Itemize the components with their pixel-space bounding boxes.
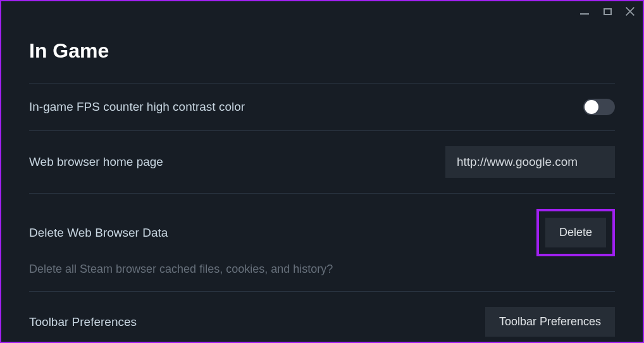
close-icon	[625, 6, 635, 16]
close-button[interactable]	[625, 6, 635, 16]
minimize-button[interactable]	[579, 6, 590, 16]
fps-contrast-label: In-game FPS counter high contrast color	[29, 100, 245, 114]
toolbar-preferences-button[interactable]: Toolbar Preferences	[485, 307, 615, 337]
browser-home-input[interactable]	[445, 146, 615, 178]
setting-delete-data: Delete Web Browser Data Delete	[29, 194, 615, 263]
toggle-knob	[585, 100, 598, 114]
setting-toolbar: Toolbar Preferences Toolbar Preferences	[29, 292, 615, 343]
browser-home-label: Web browser home page	[29, 155, 163, 169]
page-title: In Game	[29, 39, 615, 63]
setting-browser-home: Web browser home page	[29, 131, 615, 193]
highlight-box: Delete	[536, 209, 615, 256]
minimize-icon	[580, 13, 589, 15]
maximize-button[interactable]	[602, 6, 612, 16]
setting-fps-contrast: In-game FPS counter high contrast color	[29, 84, 615, 130]
window-controls	[579, 6, 635, 16]
maximize-icon	[604, 8, 612, 15]
delete-data-description: Delete all Steam browser cached files, c…	[29, 263, 615, 291]
settings-window: In Game In-game FPS counter high contras…	[1, 1, 643, 342]
delete-button[interactable]: Delete	[545, 218, 606, 247]
settings-content: In Game In-game FPS counter high contras…	[1, 1, 643, 343]
toolbar-label: Toolbar Preferences	[29, 315, 137, 329]
delete-data-label: Delete Web Browser Data	[29, 226, 168, 240]
fps-contrast-toggle[interactable]	[583, 99, 615, 115]
